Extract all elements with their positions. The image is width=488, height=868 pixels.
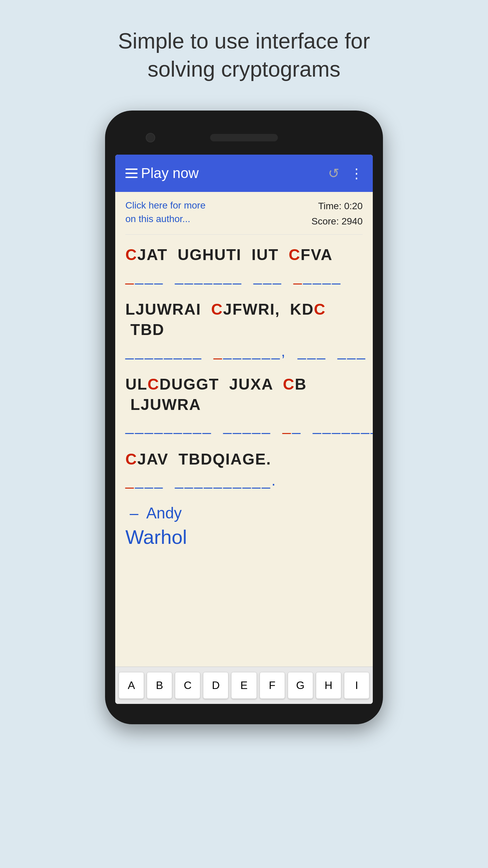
time-score-display: Time: 0:20 Score: 2940 bbox=[311, 199, 363, 229]
author-last-name: Warhol bbox=[125, 526, 363, 548]
author-first-name: Andy bbox=[146, 504, 182, 522]
phone-mockup: Play now ↺ ⋮ Click here for more on this… bbox=[105, 111, 383, 724]
answer-line-3: _________ _____ __ ________ bbox=[125, 416, 363, 435]
key-E[interactable]: E bbox=[231, 672, 257, 699]
key-C[interactable]: C bbox=[175, 672, 200, 699]
title-line2: solving cryptograms bbox=[147, 57, 340, 81]
more-options-icon[interactable]: ⋮ bbox=[350, 165, 363, 181]
author-link[interactable]: Click here for more on this author... bbox=[125, 199, 206, 225]
header-row: Click here for more on this author... Ti… bbox=[125, 199, 363, 235]
cryptogram-section: CJAT UGHUTI IUT CFVA ____ _______ ___ __… bbox=[125, 245, 363, 548]
cipher-text-3: ULCDUGGT JUXA CB LJUWRA bbox=[125, 374, 363, 415]
crypto-line-1: CJAT UGHUTI IUT CFVA ____ _______ ___ __… bbox=[125, 245, 363, 286]
author-dash: – bbox=[125, 504, 143, 522]
phone-top-bar bbox=[115, 127, 373, 148]
screen-content: Click here for more on this author... Ti… bbox=[115, 192, 373, 667]
answer-line-4: ____ __________. bbox=[125, 471, 363, 490]
score-label: Score: 2940 bbox=[311, 216, 363, 226]
hamburger-menu-icon[interactable] bbox=[125, 169, 138, 178]
key-B[interactable]: B bbox=[147, 672, 172, 699]
key-G[interactable]: G bbox=[288, 672, 313, 699]
app-bar-actions: ↺ ⋮ bbox=[328, 165, 363, 181]
phone-camera bbox=[146, 133, 155, 142]
answer-line-1: ____ _______ ___ _____ bbox=[125, 267, 363, 286]
crypto-line-3: ULCDUGGT JUXA CB LJUWRA _________ _____ … bbox=[125, 374, 363, 436]
answer-line-2: ________ _______, ___ ___ bbox=[125, 341, 363, 361]
undo-icon[interactable]: ↺ bbox=[328, 165, 340, 181]
crypto-line-2: LJUWRAI CJFWRI, KDC TBD ________ _______… bbox=[125, 299, 363, 361]
app-bar-title: Play now bbox=[141, 165, 328, 181]
cipher-text-4: CJAV TBDQIAGE. bbox=[125, 449, 363, 470]
key-A[interactable]: A bbox=[119, 672, 144, 699]
key-F[interactable]: F bbox=[260, 672, 285, 699]
app-bar: Play now ↺ ⋮ bbox=[115, 155, 373, 192]
page-title: Simple to use interface for solving cryp… bbox=[84, 27, 404, 83]
cipher-text-2: LJUWRAI CJFWRI, KDC TBD bbox=[125, 299, 363, 340]
phone-speaker bbox=[210, 134, 278, 141]
key-I[interactable]: I bbox=[344, 672, 369, 699]
cipher-text-1: CJAT UGHUTI IUT CFVA bbox=[125, 245, 363, 265]
phone-frame: Play now ↺ ⋮ Click here for more on this… bbox=[105, 111, 383, 724]
title-line1: Simple to use interface for bbox=[118, 29, 370, 53]
key-H[interactable]: H bbox=[316, 672, 341, 699]
time-label: Time: 0:20 bbox=[318, 201, 363, 211]
key-D[interactable]: D bbox=[203, 672, 228, 699]
phone-screen: Play now ↺ ⋮ Click here for more on this… bbox=[115, 155, 373, 704]
keyboard-row: A B C D E F G H I bbox=[115, 667, 373, 704]
author-section: – Andy Warhol bbox=[125, 504, 363, 548]
crypto-line-4: CJAV TBDQIAGE. ____ __________. bbox=[125, 449, 363, 490]
